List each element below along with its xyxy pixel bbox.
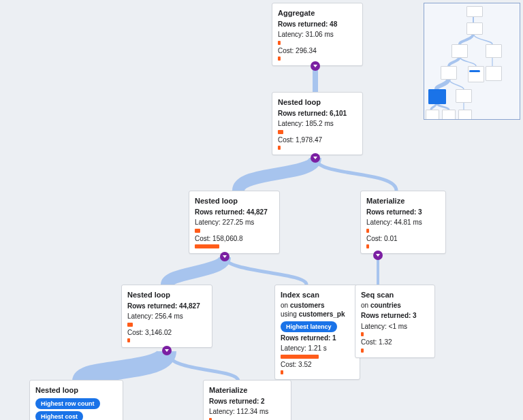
node-nested-loop-4[interactable]: Nested loop Highest row count Highest co…: [29, 380, 123, 420]
latency-bar: [278, 130, 283, 134]
latency-label: Latency: 227.25 ms: [195, 218, 274, 227]
mm-badge: [469, 70, 480, 72]
latency-label: Latency: <1 ms: [361, 322, 429, 332]
cost-label: Cost: 0.01: [366, 234, 440, 244]
mm-node: [442, 110, 456, 120]
mm-node: [486, 44, 502, 58]
rows-returned: Rows returned: 2: [209, 397, 285, 406]
minimap[interactable]: [424, 3, 520, 120]
node-title: Nested loop: [278, 97, 357, 108]
latency-bar: [281, 355, 319, 359]
node-title: Materialize: [366, 196, 440, 206]
latency-label: Latency: 112.34 ms: [209, 407, 285, 417]
latency-bar: [361, 332, 364, 336]
rows-returned: Rows returned: 48: [278, 20, 357, 29]
latency-bar: [278, 41, 281, 45]
badge-highest-cost: Highest cost: [35, 411, 83, 420]
node-seq-scan[interactable]: Seq scan on countries Rows returned: 3 L…: [355, 285, 435, 358]
cost-bar: [281, 370, 283, 374]
latency-label: Latency: 1.21 s: [281, 344, 354, 353]
latency-bar: [127, 323, 133, 327]
node-materialize-1[interactable]: Materialize Rows returned: 3 Latency: 44…: [360, 191, 446, 254]
latency-label: Latency: 44.81 ms: [366, 218, 440, 227]
cost-bar: [366, 244, 369, 248]
badge-highest-latency: Highest latency: [281, 321, 337, 332]
node-title: Index scan: [281, 290, 354, 300]
node-nested-loop-3[interactable]: Nested loop Rows returned: 44,827 Latenc…: [121, 285, 212, 348]
node-index-scan[interactable]: Index scan on customers using customers_…: [274, 285, 360, 380]
node-aggregate[interactable]: Aggregate Rows returned: 48 Latency: 31.…: [272, 3, 363, 66]
expand-icon[interactable]: [311, 153, 320, 163]
rows-returned: Rows returned: 3: [361, 311, 429, 321]
mm-node: [458, 110, 472, 120]
node-nested-loop-2[interactable]: Nested loop Rows returned: 44,827 Latenc…: [189, 191, 280, 254]
cost-label: Cost: 3.52: [281, 360, 354, 370]
node-title: Aggregate: [278, 8, 357, 18]
cost-bar: [361, 349, 364, 353]
rows-returned: Rows returned: 3: [366, 208, 440, 217]
cost-bar: [127, 338, 130, 342]
cost-bar: [278, 146, 281, 150]
cost-label: Cost: 158,060.8: [195, 234, 274, 244]
cost-bar: [195, 244, 219, 248]
cost-label: Cost: 296.34: [278, 46, 357, 56]
node-nested-loop-1[interactable]: Nested loop Rows returned: 6,101 Latency…: [272, 92, 363, 155]
mm-node: [441, 66, 457, 80]
expand-icon[interactable]: [373, 251, 383, 260]
node-materialize-2[interactable]: Materialize Rows returned: 2 Latency: 11…: [203, 380, 291, 420]
mm-node-highlight: [428, 89, 446, 104]
rows-returned: Rows returned: 6,101: [278, 109, 357, 118]
cost-label: Cost: 1,978.47: [278, 135, 357, 145]
mm-node: [486, 66, 502, 81]
mm-node: [466, 22, 483, 35]
latency-bar: [195, 229, 200, 233]
scan-on: on countries: [361, 301, 429, 310]
node-title: Seq scan: [361, 290, 429, 300]
cost-label: Cost: 1.32: [361, 338, 429, 347]
latency-label: Latency: 256.4 ms: [127, 312, 206, 321]
node-title: Nested loop: [195, 196, 274, 206]
expand-icon[interactable]: [220, 252, 229, 261]
cost-label: Cost: 3,146.02: [127, 328, 206, 338]
mm-node: [466, 6, 483, 17]
expand-icon[interactable]: [311, 61, 320, 71]
expand-icon[interactable]: [162, 346, 172, 355]
scan-using: using customers_pk: [281, 310, 354, 319]
mm-node: [451, 44, 468, 58]
rows-returned: Rows returned: 1: [281, 334, 354, 343]
badge-highest-row-count: Highest row count: [35, 398, 100, 409]
node-title: Materialize: [209, 385, 285, 395]
query-plan-canvas[interactable]: Aggregate Rows returned: 48 Latency: 31.…: [0, 0, 523, 420]
scan-on: on customers: [281, 301, 354, 310]
mm-node: [426, 110, 439, 120]
node-title: Nested loop: [35, 385, 117, 395]
mm-node: [456, 89, 472, 103]
latency-bar: [366, 229, 369, 233]
latency-label: Latency: 31.06 ms: [278, 30, 357, 39]
latency-label: Latency: 185.2 ms: [278, 119, 357, 129]
rows-returned: Rows returned: 44,827: [127, 302, 206, 311]
mm-node: [468, 66, 484, 82]
node-title: Nested loop: [127, 290, 206, 300]
cost-bar: [278, 56, 281, 61]
rows-returned: Rows returned: 44,827: [195, 208, 274, 217]
